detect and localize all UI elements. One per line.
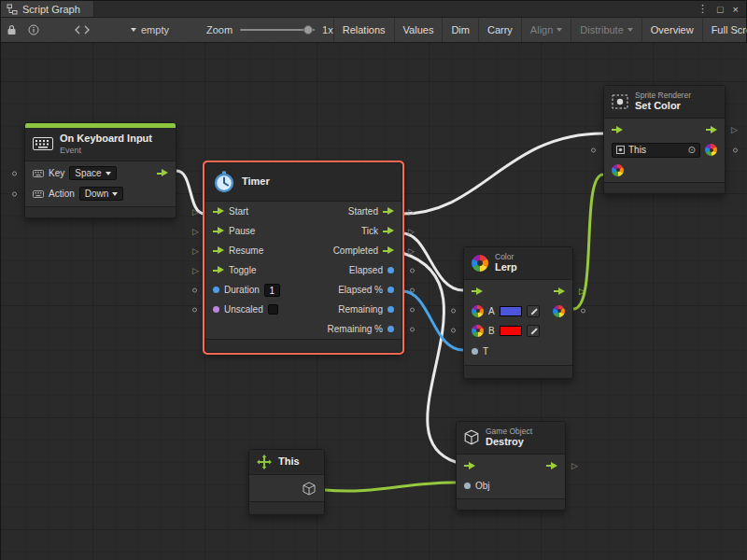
renderer-color-out-port[interactable]	[705, 144, 717, 156]
port-marker-circle[interactable]	[591, 147, 596, 152]
remaining-out-port[interactable]	[388, 306, 394, 313]
duration-input[interactable]: 1	[264, 284, 280, 297]
relations-button[interactable]: Relations	[333, 18, 394, 42]
wire-elapsed-pct-to-t[interactable]	[402, 291, 463, 350]
object-picker-icon[interactable]: ⊙	[688, 145, 696, 155]
remaining-pct-out-port[interactable]	[388, 326, 394, 332]
elapsed-pct-out-port[interactable]	[388, 287, 394, 293]
t-in-port[interactable]	[472, 348, 478, 355]
started-flow-out-port[interactable]	[383, 207, 394, 216]
action-dropdown[interactable]: Down	[79, 187, 124, 201]
port-marker-circle[interactable]	[733, 147, 738, 152]
unscaled-in-port[interactable]	[213, 306, 219, 313]
port-marker-circle[interactable]	[451, 309, 456, 314]
graph-canvas[interactable]: On Keyboard Input Event Key Space Action	[1, 43, 747, 560]
duration-in-port[interactable]	[213, 287, 219, 293]
tab-script-graph[interactable]: Script Graph	[1, 1, 94, 17]
lock-icon[interactable]	[1, 18, 22, 42]
a-color-swatch[interactable]	[500, 306, 522, 316]
tick-flow-out-port[interactable]	[383, 227, 394, 235]
pause-flow-in-port[interactable]	[213, 227, 224, 235]
toolbar-buttons: Relations Values Dim Carry Align Distrib…	[333, 18, 747, 42]
event-flow-out-port[interactable]	[157, 169, 168, 177]
wire-timer-tick-to-lerp[interactable]	[402, 233, 463, 290]
zoom-slider-handle[interactable]	[303, 25, 313, 35]
zoom-slider[interactable]	[240, 25, 315, 35]
color-in-port[interactable]	[612, 164, 624, 176]
distribute-button[interactable]: Distribute	[571, 18, 641, 42]
target-object-field[interactable]: This ⊙	[612, 143, 700, 158]
resume-flow-in-port[interactable]	[213, 246, 224, 255]
b-color-in-port[interactable]	[472, 325, 484, 337]
completed-flow-out-port[interactable]	[383, 246, 394, 255]
info-icon[interactable]	[22, 18, 45, 42]
toggle-flow-in-port[interactable]	[213, 266, 224, 274]
port-marker-circle[interactable]	[192, 307, 197, 312]
wire-this-to-destroy-obj[interactable]	[325, 483, 456, 491]
port-marker-triangle[interactable]: ▷	[192, 246, 199, 255]
wire-lerp-to-setcolor-color[interactable]	[573, 175, 603, 309]
port-marker-circle[interactable]	[410, 287, 415, 292]
port-marker-circle[interactable]	[410, 327, 415, 331]
window-menu-icon[interactable]: ⋮	[698, 3, 708, 15]
flow-out-port[interactable]	[706, 126, 717, 134]
node-color-lerp[interactable]: Color Lerp ▷ A	[463, 246, 573, 379]
port-marker-triangle[interactable]: ▷	[731, 126, 738, 134]
align-button[interactable]: Align	[521, 18, 571, 42]
unscaled-checkbox[interactable]	[268, 304, 278, 315]
a-color-in-port[interactable]	[472, 305, 484, 317]
port-marker-circle[interactable]	[12, 171, 17, 175]
graph-picker[interactable]: empty	[127, 24, 169, 35]
port-marker-triangle[interactable]: ▷	[408, 207, 415, 216]
port-marker-triangle[interactable]: ▷	[192, 207, 199, 216]
flow-in-port[interactable]	[612, 126, 623, 134]
key-dropdown[interactable]: Space	[69, 166, 116, 180]
timer-row-duration-elapsedpct: Duration 1 Elapsed %	[205, 280, 402, 300]
wire-keyboard-to-timer-start[interactable]	[176, 171, 204, 214]
obj-in-port[interactable]	[464, 483, 471, 489]
node-set-color[interactable]: Sprite Renderer Set Color ▷ This ⊙	[603, 85, 726, 194]
port-marker-triangle[interactable]: ▷	[192, 227, 199, 235]
port-marker-triangle[interactable]: ▷	[408, 227, 415, 235]
flow-out-port[interactable]	[546, 462, 557, 470]
window-close-icon[interactable]: ×	[733, 4, 739, 15]
b-color-swatch[interactable]	[500, 326, 522, 336]
port-marker-circle[interactable]	[451, 329, 456, 333]
flow-in-port[interactable]	[464, 462, 475, 470]
flow-out-port[interactable]	[554, 287, 565, 296]
carry-button[interactable]: Carry	[478, 18, 521, 42]
eyedropper-icon[interactable]	[527, 305, 540, 317]
port-marker-triangle[interactable]: ▷	[192, 266, 199, 274]
full-screen-button[interactable]: Full Screen	[702, 18, 747, 42]
move-arrows-icon	[257, 455, 272, 469]
overview-button[interactable]: Overview	[641, 18, 702, 42]
elapsed-out-port[interactable]	[388, 267, 394, 273]
timer-row-remainingpct: Remaining %	[205, 319, 402, 339]
dim-button[interactable]: Dim	[442, 18, 478, 42]
code-icon[interactable]	[69, 18, 95, 42]
node-timer[interactable]: Timer ▷ Start Started ▷ ▷ Pause Ti	[204, 162, 402, 353]
port-marker-circle[interactable]	[410, 268, 415, 273]
node-this[interactable]: This	[248, 449, 325, 515]
values-button[interactable]: Values	[394, 18, 443, 42]
port-marker-triangle[interactable]: ▷	[571, 462, 578, 470]
port-marker-circle[interactable]	[12, 191, 17, 196]
node-title: Lerp	[495, 261, 517, 274]
eyedropper-icon[interactable]	[527, 325, 540, 337]
node-title: On Keyboard Input	[60, 133, 152, 146]
timer-row-unscaled-remaining: Unscaled Remaining	[205, 300, 402, 319]
port-marker-circle[interactable]	[581, 309, 585, 314]
window-maximize-icon[interactable]: □	[717, 4, 724, 15]
result-color-out-port[interactable]	[553, 305, 565, 317]
destroy-obj-row: Obj	[457, 476, 565, 497]
wire-timer-started-to-setcolor[interactable]	[402, 133, 603, 214]
start-flow-in-port[interactable]	[213, 207, 224, 216]
flow-in-port[interactable]	[472, 287, 483, 296]
node-on-keyboard-input[interactable]: On Keyboard Input Event Key Space Action	[24, 122, 176, 218]
node-destroy[interactable]: Game Object Destroy ▷ Obj	[456, 421, 566, 511]
port-marker-triangle[interactable]: ▷	[408, 246, 415, 255]
gameobject-out-port[interactable]	[303, 482, 316, 496]
port-marker-circle[interactable]	[192, 287, 197, 292]
port-marker-triangle[interactable]: ▷	[579, 287, 585, 296]
port-marker-circle[interactable]	[410, 307, 415, 312]
